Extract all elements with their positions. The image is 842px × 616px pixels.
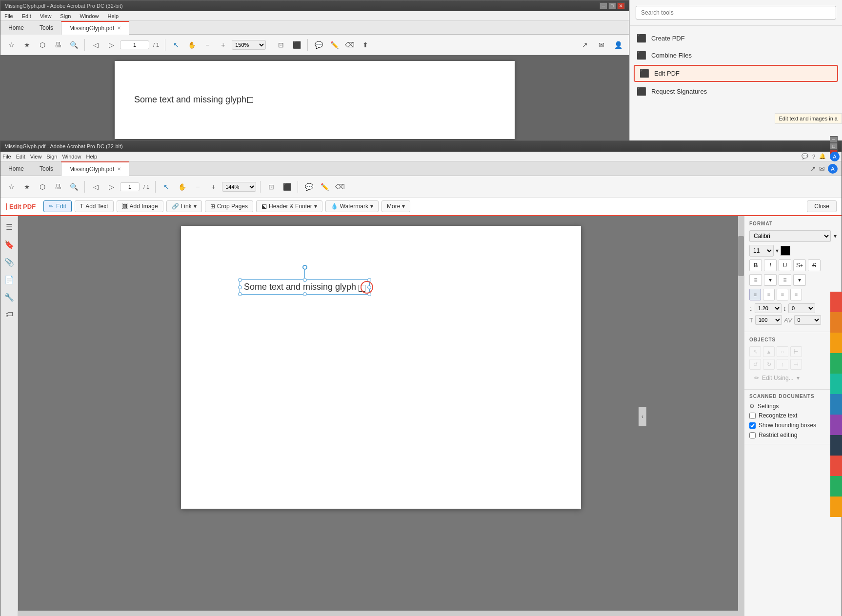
edit-btn[interactable]: ✏ Edit (43, 200, 72, 212)
tab-home-top[interactable]: Home (0, 21, 32, 35)
tool-item-edit-pdf[interactable]: ⬛ Edit PDF (634, 65, 838, 82)
color-panel-btn-11[interactable] (830, 497, 842, 517)
handle-tl[interactable] (238, 278, 242, 282)
front-toolbar-email[interactable]: ✉ (819, 165, 825, 173)
sidebar-tools2-icon[interactable]: 🔧 (2, 290, 16, 304)
tab-home-front[interactable]: Home (0, 161, 32, 176)
collapse-panel-btn[interactable]: ‹ (639, 407, 646, 426)
header-footer-btn[interactable]: ⬕ Header & Footer ▾ (256, 200, 322, 212)
front-menu-sign[interactable]: Sign (46, 154, 57, 159)
color-panel-btn-1[interactable] (830, 292, 842, 312)
obj-flip-v-btn[interactable]: ↕ (777, 359, 788, 370)
marquee-btn[interactable]: ⬛ (290, 38, 303, 52)
bookmark2-btn[interactable]: ⬡ (36, 38, 49, 52)
front-page-input[interactable] (120, 182, 140, 191)
watermark-btn[interactable]: 💧 Watermark ▾ (325, 200, 379, 212)
color-panel-btn-9[interactable] (830, 456, 842, 476)
text-selection[interactable]: Some text and missing glyph (240, 279, 370, 295)
stamp-btn[interactable]: ⬆ (359, 38, 372, 52)
front-menu-view[interactable]: View (30, 154, 42, 159)
front-prev-btn[interactable]: ◁ (89, 180, 102, 194)
text-edit-box[interactable]: Some text and missing glyph (240, 279, 370, 295)
tool-item-combine[interactable]: ⬛ Combine Files (630, 47, 842, 64)
underline-btn[interactable]: U (779, 259, 791, 271)
bold-btn[interactable]: B (749, 259, 762, 271)
front-erase-btn[interactable]: ⌫ (333, 180, 347, 194)
front-zoom-select[interactable]: 144% (222, 182, 256, 192)
line-spacing-select[interactable]: 1.20 (755, 303, 782, 313)
front-star-btn[interactable]: ★ (20, 180, 34, 194)
front-zoom-in-btn[interactable]: + (206, 180, 220, 194)
tab-close-top[interactable]: ✕ (117, 25, 121, 31)
superscript-btn[interactable]: S+ (793, 259, 806, 271)
add-text-btn[interactable]: T Add Text (75, 200, 114, 212)
menu-edit[interactable]: Edit (20, 12, 33, 20)
share-btn[interactable]: ↗ (578, 38, 592, 52)
comment-btn[interactable]: 💬 (312, 38, 325, 52)
front-toolbar-share[interactable]: ↗ (810, 165, 816, 173)
scrollbar-horizontal[interactable] (18, 611, 738, 616)
numbered-list-btn[interactable]: ≡ (779, 274, 791, 286)
obj-select-btn[interactable]: ↖ (749, 346, 761, 357)
erase-btn[interactable]: ⌫ (343, 38, 357, 52)
handle-tr[interactable] (367, 278, 371, 282)
tab-file-front[interactable]: MissingGlyph.pdf ✕ (61, 161, 129, 176)
front-next-btn[interactable]: ▷ (104, 180, 118, 194)
align-center-btn[interactable]: ≡ (763, 289, 775, 300)
handle-ml[interactable] (238, 285, 242, 289)
rotate-circle[interactable] (302, 265, 307, 270)
italic-btn[interactable]: I (764, 259, 777, 271)
front-comment-btn[interactable]: 💬 (302, 180, 316, 194)
color-panel-btn-5[interactable] (830, 374, 842, 394)
search-tools-input[interactable] (636, 6, 836, 20)
restore-button[interactable]: □ (608, 2, 616, 9)
handle-mr[interactable] (367, 285, 371, 289)
recognize-text-checkbox[interactable] (749, 413, 756, 419)
obj-redo-btn[interactable]: ↻ (763, 359, 775, 370)
close-button-top[interactable]: ✕ (617, 2, 625, 9)
color-panel-btn-6[interactable] (830, 394, 842, 415)
sidebar-layers-icon[interactable]: ☰ (2, 220, 16, 234)
pdf-main-text[interactable]: Some text and missing glyph (244, 282, 356, 292)
menu-file[interactable]: File (2, 12, 15, 20)
front-bookmark-btn[interactable]: ☆ (4, 180, 18, 194)
align-left-btn[interactable]: ≡ (749, 289, 761, 300)
zoom-out-search-btn[interactable]: 🔍 (67, 38, 80, 52)
char-spacing-select[interactable]: 0 (794, 315, 821, 325)
print-btn[interactable]: 🖶 (51, 38, 65, 52)
tool-item-create-pdf[interactable]: ⬛ Create PDF (630, 30, 842, 47)
bullet-list-btn[interactable]: ≡ (749, 274, 762, 286)
zoom-select-top[interactable]: 150% (232, 40, 266, 50)
tab-tools-front[interactable]: Tools (32, 161, 61, 176)
obj-align-left-btn[interactable]: ⊣ (790, 359, 802, 370)
front-menu-window[interactable]: Window (62, 154, 81, 159)
show-bounding-boxes-checkbox[interactable] (749, 422, 756, 429)
obj-flip-h-btn[interactable]: ↔ (777, 346, 788, 357)
email-btn[interactable]: ✉ (595, 38, 608, 52)
sidebar-pages-icon[interactable]: 📄 (2, 273, 16, 286)
spacing-before-select[interactable]: 0 (788, 303, 815, 313)
obj-align-right-btn[interactable]: ⊢ (790, 346, 802, 357)
crop-pages-btn[interactable]: ⊞ Crop Pages (205, 200, 253, 212)
zoom-in-btn[interactable]: + (216, 38, 230, 52)
next-page-btn[interactable]: ▷ (104, 38, 118, 52)
tab-close-front[interactable]: ✕ (117, 166, 121, 172)
menu-help[interactable]: Help (106, 12, 121, 20)
front-zoom-search-btn[interactable]: 🔍 (67, 180, 80, 194)
menu-sign[interactable]: Sign (58, 12, 73, 20)
tab-tools-top[interactable]: Tools (32, 21, 61, 35)
zoom-out-btn[interactable]: − (200, 38, 214, 52)
settings-row[interactable]: ⚙ Settings (749, 402, 837, 411)
align-justify-btn[interactable]: ≡ (790, 289, 802, 300)
restrict-editing-checkbox[interactable] (749, 432, 756, 438)
front-zoom-out-btn[interactable]: − (191, 180, 204, 194)
front-arrow-btn[interactable]: ↖ (160, 180, 173, 194)
tool-item-request-sig[interactable]: ⬛ Request Signatures (630, 83, 842, 100)
obj-move-up-btn[interactable]: ▲ (763, 346, 775, 357)
front-menu-file[interactable]: File (2, 154, 11, 159)
handle-bm[interactable] (303, 292, 307, 296)
color-panel-btn-4[interactable] (830, 353, 842, 374)
front-hex-btn[interactable]: ⬡ (36, 180, 49, 194)
front-print-btn[interactable]: 🖶 (51, 180, 65, 194)
scrollbar-thumb-v[interactable] (738, 236, 744, 276)
